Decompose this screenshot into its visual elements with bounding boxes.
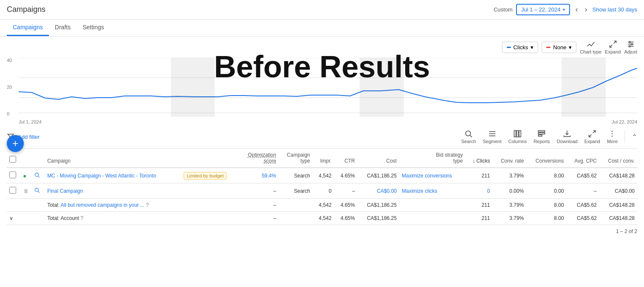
account-total-row: ∨ Total: Account ? – 4,542 4.65% CA$1,18… [7,212,637,225]
tab-drafts[interactable]: Drafts [49,20,77,36]
row1-campaign-cell: MC - Moving Campaign - West Atlantic - T… [45,168,181,183]
row1-avg-cpc: CA$5.62 [567,168,599,183]
total-impr: 4,542 [313,199,334,212]
chart-svg [19,58,637,117]
svg-point-26 [612,131,613,132]
expand-table-button[interactable]: Expand [584,129,600,144]
chart-x-labels: Jul 1, 2024 Jul 22, 2024 [19,118,637,125]
y-axis-labels: 40 20 0 [7,58,12,117]
row1-opt-score-value[interactable]: 59.4% [262,173,276,179]
row1-opt-score: 59.4% [238,168,278,183]
account-label-cell: Total: Account ? [45,212,238,225]
row1-status-cell: ● [20,168,31,183]
columns-label: Columns [508,139,527,144]
x-label-start: Jul 1, 2024 [19,119,42,124]
search-action-button[interactable]: Search [461,129,476,144]
total-question-icon[interactable]: ? [146,202,149,208]
adjust-button[interactable]: Adjust [624,40,637,54]
row2-status-icon: ⏸ [23,188,29,194]
prev-date-button[interactable]: ‹ [573,3,579,16]
more-action-button[interactable]: More [607,129,618,144]
chart-section: Before Results Clicks ▾ None ▾ Chart typ… [0,37,644,125]
segment-action-button[interactable]: Segment [483,129,502,144]
row1-status-icon: ● [23,172,26,179]
date-range-picker[interactable]: Jul 1 – 22, 2024 ▾ [516,4,570,15]
header-search-icon [31,149,45,168]
row1-checkbox-cell [7,168,20,183]
select-all-checkbox[interactable] [9,156,16,163]
row2-campaign-link[interactable]: Final Campaign [47,188,83,194]
chart-area: Jul 1, 2024 Jul 22, 2024 [19,58,637,125]
columns-action-button[interactable]: Columns [508,129,527,144]
header-conv-rate: Conv. rate [493,149,527,168]
plus-icon: + [12,138,18,149]
chart-controls: Clicks ▾ None ▾ Chart type Expand [7,40,637,54]
row2-impr: 0 [313,183,334,199]
chart-type-icon [587,40,595,48]
row2-cost-value[interactable]: CA$0.00 [377,188,397,194]
header-bid-strategy: Bid strategytype [399,149,465,168]
collapse-button[interactable]: ⌃ [632,133,637,141]
account-impr: 4,542 [313,212,334,225]
row1-cost: CA$1,186.25 [357,168,399,183]
chevron-down-icon[interactable]: ∨ [9,215,13,221]
row1-budget-badge: Limited by budget [184,172,227,180]
divider [624,130,625,143]
account-question-icon[interactable]: ? [80,215,83,221]
row2-clicks-value: 0 [487,188,490,194]
row1-campaign-link[interactable]: MC - Moving Campaign - West Atlantic - T… [47,173,156,179]
campaigns-table: Campaign Optimizationscore Campaigntype … [7,149,637,225]
chart-wrapper: 40 20 0 Jul 1, 2024 Jul 22, 2024 [7,58,637,125]
reports-action-button[interactable]: Reports [533,129,550,144]
search-label: Search [461,139,476,144]
date-range-value: Jul 1 – 22, 2024 [521,6,561,13]
show-last-button[interactable]: Show last 30 days [592,6,637,13]
header-cost-conv: Cost / conv. [599,149,637,168]
expand-chart-button[interactable]: Expand [605,40,621,54]
svg-rect-19 [517,131,519,137]
download-action-button[interactable]: Download [557,129,578,144]
total-label[interactable]: All but removed campaigns in your ... [60,202,144,208]
row1-bid-strategy-link[interactable]: Maximize conversions [402,173,452,179]
expand-icon [609,40,617,48]
row1-checkbox[interactable] [9,172,16,178]
tab-campaigns[interactable]: Campaigns [7,20,49,36]
header-opt-score: Optimizationscore [238,149,278,168]
row2-bid-strategy-link[interactable]: Maximize clicks [402,188,437,194]
svg-rect-20 [519,131,521,137]
row2-bid-strategy: Maximize clicks [399,183,465,199]
account-status-cell [20,212,31,225]
row2-avg-cpc: – [567,183,599,199]
account-avg-cpc: CA$5.62 [567,212,599,225]
row2-checkbox[interactable] [9,187,16,194]
row2-cost: CA$0.00 [357,183,399,199]
next-date-button[interactable]: › [583,3,589,16]
table-row: ⏸ Final Campaign – Search 0 – CA$0.00 Ma… [7,183,637,199]
row1-ctr: 4.65% [334,168,357,183]
row2-clicks: 0 [465,183,493,199]
svg-point-6 [631,43,633,45]
none-metric-button[interactable]: None ▾ [542,42,576,53]
chart-type-button[interactable]: Chart type [580,40,601,54]
add-campaign-button[interactable]: + [7,135,24,152]
row1-conversions: 8.00 [526,168,566,183]
account-opt-score: – [238,212,278,225]
svg-point-13 [466,131,471,136]
header-avg-cpc: Avg. CPC [567,149,599,168]
row2-search-icon [34,187,40,193]
row2-opt-score: – [238,183,278,199]
more-label: More [607,139,618,144]
download-icon [563,129,571,138]
total-ctr: 4.65% [334,199,357,212]
row1-clicks: 211 [465,168,493,183]
header-campaign: Campaign [45,149,181,168]
header-clicks[interactable]: ↓ Clicks [465,149,493,168]
row2-conv-rate: 0.00% [493,183,527,199]
tab-settings[interactable]: Settings [77,20,110,36]
svg-rect-23 [539,135,542,136]
total-label-cell: Total: All but removed campaigns in your… [45,199,238,212]
svg-point-28 [612,136,613,137]
clicks-metric-button[interactable]: Clicks ▾ [502,42,539,53]
none-label: None [553,44,566,51]
expand-label: Expand [605,49,621,54]
